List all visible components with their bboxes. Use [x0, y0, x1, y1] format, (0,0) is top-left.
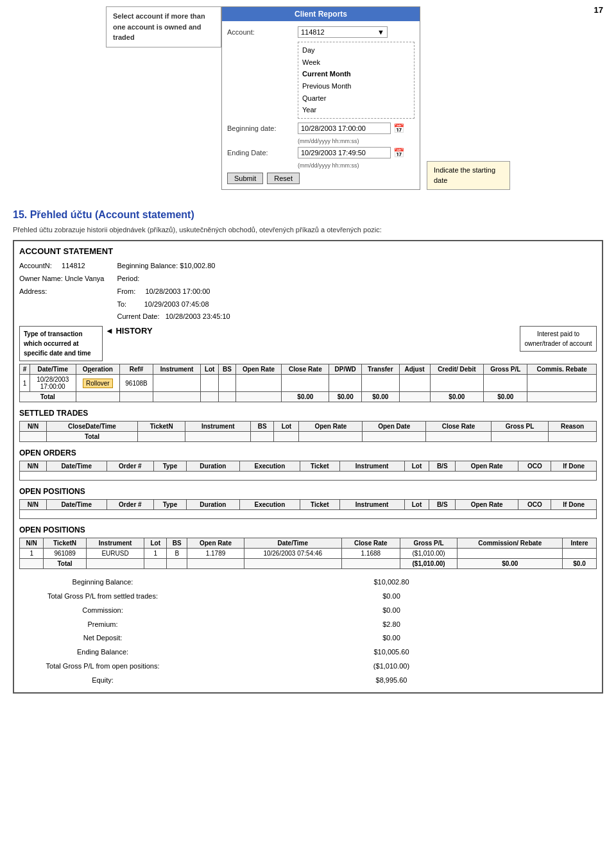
dropdown-year[interactable]: Year [302, 104, 410, 116]
account-statement-title: ACCOUNT STATEMENT [19, 246, 597, 256]
col-num: # [20, 364, 30, 375]
dropdown-current-month[interactable]: Current Month [302, 68, 410, 80]
col-instrument: Instrument [153, 364, 201, 375]
account-select[interactable]: 114812 ▼ [298, 26, 388, 38]
st-col-ticketn: TicketN [137, 422, 185, 432]
op1-col-ifdone: If Done [551, 500, 597, 510]
history-label: ◄ HISTORY [105, 326, 153, 336]
oo-col-execution: Execution [239, 461, 300, 472]
settled-trades-table: N/N CloseDate/Time TicketN Instrument BS… [19, 421, 597, 442]
col-open-rate: Open Rate [235, 364, 282, 375]
col-credit-debit: Credit/ Debit [430, 364, 484, 375]
st-col-closerate: Close Rate [426, 422, 492, 432]
beginning-date-input[interactable] [298, 123, 391, 134]
oo-col-openrate: Open Rate [456, 461, 518, 472]
client-reports-panel: Client Reports Account: 114812 ▼ Day Wee… [221, 6, 420, 190]
oo-col-nn: N/N [20, 461, 47, 472]
col-bs: BS [219, 364, 235, 375]
st-col-instrument: Instrument [185, 422, 251, 432]
settled-trades-title: SETTLED TRADES [19, 409, 597, 418]
op2-col-instrument: Instrument [86, 538, 144, 549]
op2-col-datetime: Date/Time [244, 538, 342, 549]
open-positions-2-table: N/N TicketN Instrument Lot BS Open Rate … [19, 538, 597, 569]
beginning-date-icon[interactable]: 📅 [393, 123, 404, 133]
reset-button[interactable]: Reset [267, 173, 300, 184]
interest-note: Interest paid to owner/trader of account [520, 326, 597, 352]
st-col-openrate: Open Rate [299, 422, 363, 432]
st-col-closedate: CloseDate/Time [47, 422, 138, 432]
op1-col-execution: Execution [239, 500, 300, 510]
summary-row: Premium: $2.80 [19, 618, 597, 632]
open-positions-2-total-row: Total ($1,010.00) $0.00 $0.0 [20, 559, 597, 569]
summary-table: Beginning Balance: $10,002.80 Total Gros… [19, 575, 597, 687]
ending-date-hint: (mm/dd/yyyy hh:mm:ss) [298, 162, 415, 169]
indicate-starting-date-box: Indicate the starting date [427, 161, 510, 190]
open-orders-title: OPEN ORDERS [19, 448, 597, 457]
submit-button[interactable]: Submit [227, 173, 263, 184]
st-col-bs: BS [251, 422, 274, 432]
dropdown-quarter[interactable]: Quarter [302, 92, 410, 105]
oo-col-oco: OCO [518, 461, 551, 472]
table-row: 1 961089 EURUSD 1 B 1.1789 10/26/2003 07… [20, 549, 597, 559]
page-title: 15. Přehled účtu (Account statement) [13, 209, 603, 221]
col-lot: Lot [200, 364, 218, 375]
period-dropdown[interactable]: Day Week Current Month Previous Month Qu… [298, 42, 415, 119]
op1-col-nn: N/N [20, 500, 47, 510]
account-label: Account: [227, 28, 298, 36]
op2-col-lot: Lot [144, 538, 167, 549]
settled-trades-total-row: Total [20, 432, 597, 442]
st-col-lot: Lot [274, 422, 299, 432]
op1-col-order: Order # [107, 500, 153, 510]
open-positions-1-title: OPEN POSITIONS [19, 487, 597, 496]
oo-col-ifdone: If Done [551, 461, 597, 472]
col-operation: Operation [76, 364, 119, 375]
op2-col-openrate: Open Rate [187, 538, 244, 549]
oo-col-bs: B/S [429, 461, 456, 472]
summary-row: Equity: $8,995.60 [19, 674, 597, 688]
col-ref: Ref# [119, 364, 153, 375]
op1-col-type: Type [154, 500, 187, 510]
open-positions-2-title: OPEN POSITIONS [19, 525, 597, 534]
summary-row: Ending Balance: $10,005.60 [19, 645, 597, 660]
dropdown-week[interactable]: Week [302, 56, 410, 69]
ending-date-icon[interactable]: 📅 [393, 148, 404, 158]
col-dpwd: DP/WD [329, 364, 362, 375]
open-positions-1-table: N/N Date/Time Order # Type Duration Exec… [19, 499, 597, 519]
oo-col-instrument: Instrument [339, 461, 404, 472]
op2-col-nn: N/N [20, 538, 44, 549]
total-row: Total $0.00 $0.00 $0.00 $0.00 $0.00 [20, 392, 597, 402]
col-gross-pl: Gross P/L [484, 364, 527, 375]
col-commis-rebate: Commis. Rebate [527, 364, 597, 375]
oo-col-type: Type [154, 461, 187, 472]
op2-col-commrebate: Commission/ Rebate [458, 538, 563, 549]
dropdown-day[interactable]: Day [302, 44, 410, 56]
open-orders-table: N/N Date/Time Order # Type Duration Exec… [19, 461, 597, 481]
summary-row: Total Gross P/L from settled trades: $0.… [19, 590, 597, 604]
table-row: 1 10/28/200317:00:00 Rollover 96108B [20, 375, 597, 392]
beginning-date-hint: (mm/dd/yyyy hh:mm:ss) [298, 138, 415, 144]
op1-col-bs: B/S [429, 500, 456, 510]
history-table: # Date/Time Operation Ref# Instrument Lo… [19, 364, 597, 402]
st-col-grosspl: Gross PL [491, 422, 548, 432]
op1-col-openrate: Open Rate [456, 500, 518, 510]
st-col-reason: Reason [549, 422, 597, 432]
account-info-right: Beginning Balance: $10,002.80 Period: Fr… [117, 260, 230, 323]
account-statement-box: ACCOUNT STATEMENT AccountN: 114812 Owner… [13, 240, 603, 694]
op2-col-closerate: Close Rate [342, 538, 400, 549]
op2-col-intere: Intere [563, 538, 597, 549]
col-datetime: Date/Time [30, 364, 76, 375]
op2-col-grosspl: Gross P/L [400, 538, 458, 549]
account-info-left: AccountN: 114812 Owner Name: Uncle Vanya… [19, 260, 104, 323]
oo-col-ticket: Ticket [300, 461, 340, 472]
oo-col-datetime: Date/Time [46, 461, 107, 472]
op1-col-datetime: Date/Time [46, 500, 107, 510]
dropdown-previous-month[interactable]: Previous Month [302, 80, 410, 92]
oo-col-order: Order # [107, 461, 153, 472]
page-number: 17 [594, 5, 603, 15]
rollover-badge: Rollover [83, 379, 113, 388]
op1-col-duration: Duration [186, 500, 239, 510]
oo-col-duration: Duration [186, 461, 239, 472]
op2-col-bs: BS [167, 538, 187, 549]
ending-date-input[interactable] [298, 147, 391, 158]
account-tooltip: Select account if more than one account … [106, 6, 221, 47]
